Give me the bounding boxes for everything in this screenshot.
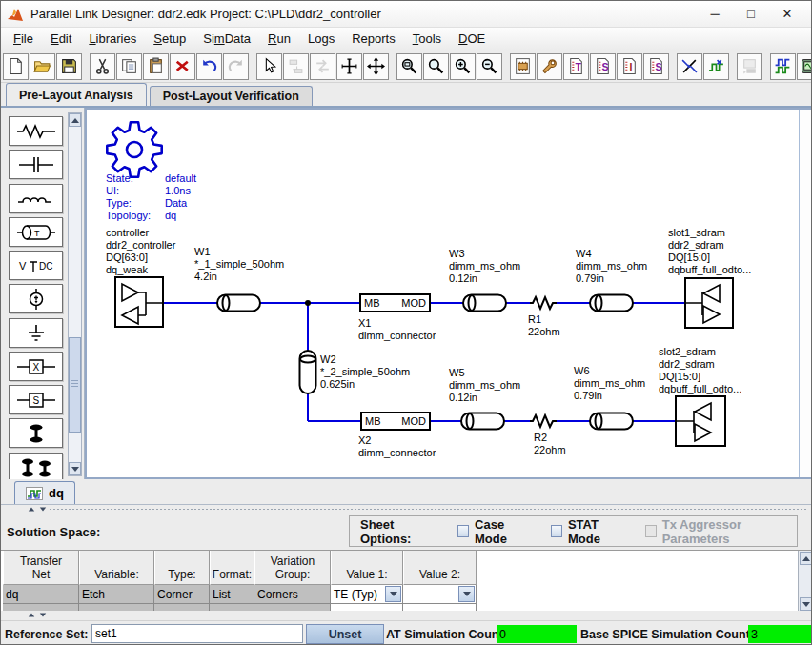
table-scrollbar[interactable]	[798, 551, 812, 612]
copy-button[interactable]	[116, 53, 142, 80]
column-header[interactable]: Variable:	[79, 551, 154, 585]
canvas-vertical-scrollbar[interactable]	[799, 110, 811, 477]
palette-transmission-line-button[interactable]: T	[9, 217, 63, 247]
crosshair-button[interactable]	[336, 53, 362, 80]
cut-button[interactable]	[90, 53, 115, 80]
column-header[interactable]: Transfer Net	[3, 551, 79, 585]
palette-vdc-source-button[interactable]: VDC	[9, 251, 63, 280]
table-scroll-up-button[interactable]	[800, 552, 812, 565]
report-text-button[interactable]: T	[563, 53, 589, 80]
palette-current-source-button[interactable]	[9, 284, 63, 313]
report-sheet2-button[interactable]: S	[643, 53, 669, 80]
maximize-button[interactable]: □	[733, 2, 769, 27]
unset-button[interactable]: Unset	[306, 624, 384, 644]
w6-tline[interactable]	[590, 413, 633, 430]
undo-button[interactable]	[196, 53, 222, 80]
zoom-out-button[interactable]	[477, 53, 502, 80]
value1-dropdown-button[interactable]	[385, 586, 401, 602]
palette-scroll-up-button[interactable]	[69, 113, 81, 127]
waveform-viewer-button[interactable]	[770, 53, 796, 80]
splitter-down-icon[interactable]	[40, 614, 46, 617]
palette-scroll-thumb[interactable]	[69, 337, 81, 433]
w5-tline[interactable]	[461, 413, 504, 430]
palette-resistor-button[interactable]	[9, 116, 63, 146]
menu-edit[interactable]: Edit	[42, 29, 80, 49]
paste-button[interactable]	[143, 53, 169, 80]
palette-inductor-button[interactable]	[9, 184, 63, 213]
tab-post-layout-verification[interactable]: Post-Layout Verification	[150, 86, 313, 106]
x1-connector[interactable]: MB MOD	[360, 294, 430, 312]
palette-capacitor-button[interactable]	[9, 150, 63, 179]
open-button[interactable]	[30, 53, 55, 80]
menu-simdata[interactable]: SimData	[194, 29, 259, 49]
w1-tline[interactable]	[217, 295, 260, 312]
cut-icon	[93, 57, 112, 75]
x2-connector[interactable]: MB MOD	[361, 413, 430, 430]
gear-icon[interactable]	[107, 122, 161, 176]
menu-reports[interactable]: Reports	[343, 29, 404, 49]
palette-x-subcircuit-button[interactable]: X	[9, 352, 63, 381]
palette-scroll-down-button[interactable]	[69, 462, 81, 475]
waveform-setup-button[interactable]	[703, 53, 729, 80]
stat-mode-checkbox[interactable]	[551, 525, 562, 537]
slot1-sdram-symbol[interactable]	[685, 278, 733, 328]
cell-value1-dropdown[interactable]: TE (Typ)	[331, 585, 403, 604]
vdc-source-icon: VDC	[14, 254, 58, 277]
w3-tline[interactable]	[463, 295, 506, 312]
save-button[interactable]	[56, 53, 82, 80]
select-button[interactable]	[256, 53, 282, 80]
column-header[interactable]: Format:	[210, 551, 254, 585]
report-sheet-button[interactable]: S	[590, 53, 616, 80]
schematic-canvas[interactable]: MB MOD MB MOD State:default UI:1.0ns Typ…	[85, 108, 812, 479]
scope-button[interactable]	[797, 53, 811, 80]
case-mode-checkbox[interactable]	[457, 525, 469, 537]
palette-s-parameter-button[interactable]: S	[9, 385, 63, 414]
state-row: Type:Data	[106, 197, 196, 210]
controller-symbol[interactable]	[115, 277, 163, 327]
board-button[interactable]	[510, 53, 536, 80]
zoom-button[interactable]	[423, 53, 449, 80]
new-file-button[interactable]	[3, 53, 29, 80]
palette-via-pair-button[interactable]	[9, 453, 63, 479]
net-probe-button[interactable]	[677, 53, 702, 80]
splitter-up-icon[interactable]	[29, 614, 34, 617]
cell-value2-dropdown[interactable]	[403, 585, 477, 604]
reference-set-input[interactable]	[91, 624, 303, 643]
table-scroll-down-button[interactable]	[800, 597, 812, 611]
palette-ground-button[interactable]	[9, 318, 63, 348]
menu-file[interactable]: File	[5, 29, 42, 49]
w2-tline[interactable]	[300, 351, 316, 393]
tab-pre-layout-analysis[interactable]: Pre-Layout Analysis	[6, 83, 147, 106]
zoom-in-button[interactable]	[450, 53, 476, 80]
menu-logs[interactable]: Logs	[299, 29, 343, 49]
splitter-down-icon[interactable]	[40, 508, 46, 512]
menu-run[interactable]: Run	[259, 29, 299, 49]
x1-label: X1dimm_connector	[358, 317, 436, 342]
palette-via-button[interactable]	[9, 418, 63, 448]
column-header[interactable]: Type:	[154, 551, 210, 585]
menu-doe[interactable]: DOE	[450, 29, 494, 49]
r2-resistor[interactable]	[530, 415, 557, 427]
column-header[interactable]: Variation Group:	[254, 551, 331, 585]
value2-dropdown-button[interactable]	[458, 586, 475, 602]
splitter-up-icon[interactable]	[29, 508, 34, 512]
column-header[interactable]: Value 2:	[403, 551, 477, 585]
menu-setup[interactable]: Setup	[145, 29, 194, 49]
close-button[interactable]: ✕	[769, 2, 805, 27]
move-button[interactable]	[363, 53, 389, 80]
r1-resistor[interactable]	[530, 297, 557, 309]
tools-wrench-button[interactable]	[537, 53, 562, 80]
minimize-button[interactable]: ─	[697, 2, 733, 27]
zoom-area-button[interactable]	[396, 53, 422, 80]
w4-tline[interactable]	[590, 295, 633, 312]
column-header[interactable]: Value 1:	[331, 551, 403, 585]
palette-scrollbar[interactable]	[68, 112, 82, 476]
report-info-button[interactable]: I	[617, 53, 642, 80]
splitter-bottom[interactable]	[1, 611, 811, 620]
delete-button[interactable]	[170, 53, 195, 80]
menu-libraries[interactable]: Libraries	[80, 29, 145, 49]
sheet-tab-dq[interactable]: dq	[14, 481, 75, 504]
slot2-sdram-symbol[interactable]	[676, 396, 725, 446]
menu-tools[interactable]: Tools	[404, 29, 450, 49]
splitter-texture	[49, 508, 808, 511]
